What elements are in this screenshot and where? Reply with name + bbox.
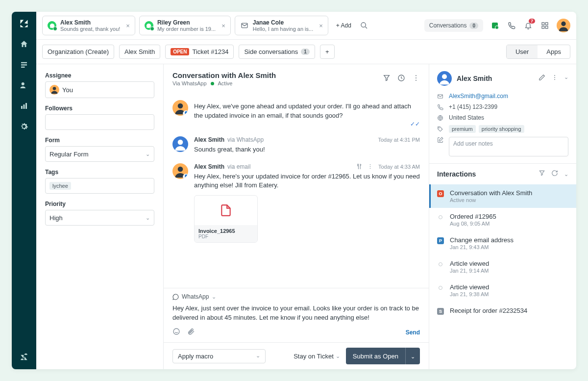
utensils-icon <box>356 163 362 170</box>
assignee-field[interactable]: You <box>45 81 154 98</box>
svg-point-24 <box>173 329 179 334</box>
priority-label: Priority <box>45 201 154 207</box>
open-badge: OPEN <box>171 48 189 55</box>
ticket-tab[interactable]: Alex SmithSounds great, thank you! × <box>42 16 135 35</box>
tags-field[interactable]: lychee <box>45 178 154 194</box>
compose-textarea[interactable]: Hey Alex, just sent over the invoice to … <box>172 304 420 323</box>
message: 👤 Alex Smithvia email Today at 4:33 AM H… <box>172 163 420 243</box>
nav-rail <box>12 12 36 369</box>
user-tag: premium <box>449 125 476 133</box>
user-segment[interactable]: User <box>507 45 538 58</box>
stay-on-ticket-button[interactable]: Stay on Ticket⌄ <box>294 353 340 360</box>
context-toggle: User Apps <box>506 45 570 59</box>
chat-icon[interactable] <box>490 21 500 30</box>
profile-avatar[interactable] <box>557 19 570 32</box>
emoji-icon[interactable] <box>172 328 180 337</box>
message-time: Today at 4:33 AM <box>378 164 420 170</box>
conversations-pill[interactable]: Conversations0 <box>424 19 483 32</box>
message-list: 👤 Hey Alex, we've gone ahead and updated… <box>164 91 429 288</box>
svg-rect-0 <box>21 62 27 63</box>
chevron-down-icon: ⌄ <box>146 215 150 221</box>
macro-select[interactable]: Apply macro⌄ <box>172 349 266 363</box>
message-text: Hey Alex, here's your updated invoice fo… <box>194 172 420 191</box>
followers-field[interactable] <box>45 114 154 130</box>
phone-icon[interactable] <box>507 21 516 30</box>
close-icon[interactable]: × <box>319 22 323 29</box>
logo-icon[interactable] <box>19 19 29 28</box>
customers-icon[interactable] <box>19 80 29 90</box>
interaction-item[interactable]: Article viewedJan 21, 9:14 AM <box>429 255 576 279</box>
whatsapp-icon <box>172 294 179 300</box>
admin-icon[interactable] <box>19 122 29 131</box>
attachment[interactable]: Invoice_12965PDF <box>194 195 258 243</box>
attachment-type: PDF <box>198 234 253 239</box>
message: 👤 Hey Alex, we've gone ahead and updated… <box>172 100 420 127</box>
side-conversations-chip[interactable]: Side conversations1 <box>239 45 315 59</box>
tab-title: Alex Smith <box>60 19 120 26</box>
globe-icon <box>437 115 444 121</box>
interaction-item[interactable]: Ordered #12965Aug 08, 9:05 AM <box>429 208 576 231</box>
add-side-button[interactable]: + <box>320 45 335 59</box>
zendesk-icon[interactable] <box>19 353 29 362</box>
tab-subtitle: My order number is 19... <box>157 26 216 32</box>
user-email[interactable]: AlexSmith@gmail.com <box>449 93 508 100</box>
submit-button: Submit as Open ⌄ <box>346 348 420 364</box>
filter-icon[interactable] <box>383 74 391 84</box>
refresh-icon[interactable] <box>551 170 558 178</box>
ticket-chip[interactable]: OPENTicket #1234 <box>165 45 234 59</box>
svg-rect-10 <box>545 23 548 25</box>
submit-dropdown[interactable]: ⌄ <box>405 348 420 364</box>
interaction-indicator: P <box>437 237 444 244</box>
priority-select[interactable]: High⌄ <box>45 210 154 226</box>
attach-icon[interactable] <box>187 328 195 337</box>
interaction-item[interactable]: Article viewedJan 21, 9:38 AM <box>429 279 576 302</box>
apps-segment[interactable]: Apps <box>538 45 570 58</box>
interactions-section: Interactions ⌄ OConversation with Alex S… <box>429 163 576 320</box>
interactions-list: OConversation with Alex SmithActive nowO… <box>429 184 576 320</box>
home-icon[interactable] <box>19 39 29 49</box>
user-notes-input[interactable]: Add user notes <box>449 137 568 156</box>
submit-label[interactable]: Submit as Open <box>346 349 405 364</box>
filter-icon[interactable] <box>539 170 545 178</box>
add-tab-button[interactable]: + Add <box>332 19 355 32</box>
close-icon[interactable]: × <box>126 22 130 29</box>
apps-grid-icon[interactable] <box>540 21 550 30</box>
search-icon[interactable] <box>359 21 369 30</box>
interaction-indicator <box>437 284 444 291</box>
ticket-tab[interactable]: Janae ColeHello, I am having an is... × <box>235 16 328 35</box>
interaction-time: Jan 21, 9:14 AM <box>450 268 568 274</box>
person-badge-icon: 👤 <box>183 174 188 179</box>
send-button[interactable]: Send <box>406 329 420 336</box>
interaction-item[interactable]: PChange email addressJan 21, 9:43 AM <box>429 231 576 255</box>
edit-icon[interactable] <box>539 74 545 83</box>
organization-chip[interactable]: Organization (Create) <box>42 45 114 59</box>
notifications-icon[interactable]: 7 <box>523 21 533 30</box>
more-icon[interactable] <box>551 74 558 83</box>
reporting-icon[interactable] <box>19 101 29 111</box>
interaction-item[interactable]: SReceipt for order #2232534 <box>429 302 576 320</box>
form-select[interactable]: Regular Form⌄ <box>45 146 154 162</box>
message-via: via email <box>227 163 250 170</box>
user-location: United States <box>449 114 484 121</box>
more-icon[interactable] <box>367 163 373 170</box>
views-icon[interactable] <box>19 60 29 70</box>
close-icon[interactable]: × <box>221 22 225 29</box>
ticket-tabs-bar: Alex SmithSounds great, thank you! × Ril… <box>36 12 576 40</box>
requester-chip[interactable]: Alex Smith <box>119 45 160 59</box>
ticket-tab[interactable]: Riley GreenMy order number is 19... × <box>139 16 231 35</box>
svg-rect-9 <box>542 23 544 25</box>
interaction-title: Article viewed <box>450 260 568 267</box>
history-icon[interactable] <box>397 74 405 84</box>
svg-point-20 <box>178 166 183 172</box>
attachment-name: Invoice_12965 <box>198 228 253 234</box>
chevron-down-icon[interactable]: ⌄ <box>564 171 568 178</box>
more-icon[interactable] <box>412 74 420 84</box>
user-email-row: AlexSmith@gmail.com <box>437 93 568 100</box>
interaction-title: Receipt for order #2232534 <box>450 307 568 314</box>
chevron-down-icon[interactable]: ⌄ <box>564 74 568 83</box>
svg-rect-6 <box>25 103 27 109</box>
compose-channel-select[interactable]: WhatsApp⌄ <box>172 293 420 300</box>
tab-subtitle: Hello, I am having an is... <box>253 26 314 32</box>
interaction-title: Article viewed <box>450 283 568 291</box>
interaction-item[interactable]: OConversation with Alex SmithActive now <box>429 184 576 208</box>
